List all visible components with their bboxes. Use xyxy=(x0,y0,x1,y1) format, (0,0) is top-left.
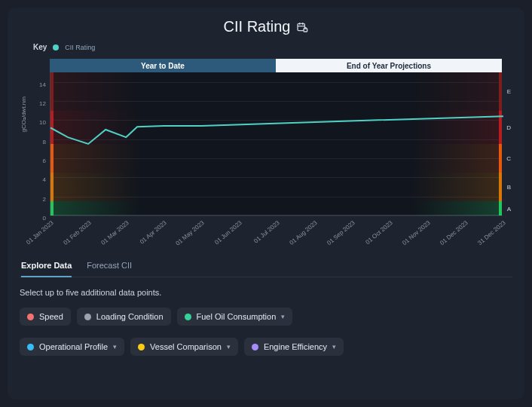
chip-fuel-oil[interactable]: Fuel Oil Consumption▾ xyxy=(177,308,293,326)
x-tick: 01 Aug 2023 xyxy=(289,219,319,246)
band-label-A: A xyxy=(507,205,511,212)
chip-label: Engine Efficiency xyxy=(264,342,327,351)
y-tick: 12 xyxy=(31,100,46,107)
y-axis-label: gCO₂/dwt.nm xyxy=(20,96,27,132)
band-label-D: D xyxy=(506,124,511,130)
legend: Key CII Rating xyxy=(20,43,512,51)
chip-label: Operational Profile xyxy=(39,342,108,351)
legend-series-name: CII Rating xyxy=(65,44,95,51)
x-tick: 01 Jun 2023 xyxy=(213,219,243,246)
line-chart xyxy=(50,72,502,215)
chip-label: Vessel Comparison xyxy=(150,342,222,351)
cii-rating-panel: CII Rating Key CII Rating Year to Date E… xyxy=(8,8,524,399)
y-tick: 0 xyxy=(31,215,46,222)
y-tick: 14 xyxy=(31,81,46,87)
chip-dot xyxy=(252,344,258,350)
x-tick: 01 Nov 2023 xyxy=(401,219,432,246)
x-tick: 01 May 2023 xyxy=(175,219,206,247)
x-tick: 31 Dec 2023 xyxy=(476,219,507,246)
page-title: CII Rating xyxy=(224,18,291,35)
x-tick: 01 Jul 2023 xyxy=(252,219,280,244)
y-tick: 10 xyxy=(31,119,46,126)
chip-dot xyxy=(27,344,34,350)
chip-dot xyxy=(27,314,34,320)
chip-engine-efficiency[interactable]: Engine Efficiency▾ xyxy=(244,338,344,356)
x-tick: 01 Mar 2023 xyxy=(100,219,130,246)
tab-explore-data[interactable]: Explore Data xyxy=(21,256,72,277)
svg-rect-1 xyxy=(304,29,307,32)
x-tick: 01 Dec 2023 xyxy=(439,219,469,246)
chip-speed[interactable]: Speed xyxy=(20,308,71,326)
chip-dot xyxy=(84,314,91,320)
chevron-down-icon: ▾ xyxy=(281,313,285,320)
chip-vessel-comparison[interactable]: Vessel Comparison▾ xyxy=(130,338,238,356)
x-tick: 01 Oct 2023 xyxy=(365,219,394,246)
x-tick: 01 Sep 2023 xyxy=(326,219,356,246)
y-ticks: 02468101214 xyxy=(34,72,49,215)
x-tick: 01 Jan 2023 xyxy=(25,219,55,246)
legend-label: Key xyxy=(33,43,47,51)
chevron-down-icon: ▾ xyxy=(227,343,231,350)
y-tick: 2 xyxy=(31,195,46,202)
chip-row: SpeedLoading ConditionFuel Oil Consumpti… xyxy=(20,308,512,356)
chip-dot xyxy=(185,314,191,320)
chip-loading-condition[interactable]: Loading Condition xyxy=(77,308,171,326)
x-tick: 01 Apr 2023 xyxy=(139,219,168,246)
tab-forecast-cii[interactable]: Forecast CII xyxy=(87,256,132,277)
calendar-lock-icon[interactable] xyxy=(296,21,308,33)
chevron-down-icon: ▾ xyxy=(113,343,117,350)
period-toggle: Year to Date End of Year Projections xyxy=(50,59,502,72)
chip-operational-profile[interactable]: Operational Profile▾ xyxy=(20,338,124,356)
chevron-down-icon: ▾ xyxy=(332,343,336,350)
help-text: Select up to five additional data points… xyxy=(20,288,512,297)
band-label-B: B xyxy=(507,184,511,191)
tabs: Explore Data Forecast CII xyxy=(20,256,512,277)
chip-label: Fuel Oil Consumption xyxy=(197,312,277,321)
x-tick: 01 Feb 2023 xyxy=(63,219,93,246)
title-row: CII Rating xyxy=(20,18,512,35)
plot-area[interactable]: gCO₂/dwt.nm 02468101214 ABCDE 01 Jan 202… xyxy=(50,72,502,216)
chart-container: Year to Date End of Year Projections gCO… xyxy=(20,59,512,250)
y-tick: 4 xyxy=(31,176,46,183)
chip-dot xyxy=(138,344,145,350)
x-ticks: 01 Jan 202301 Feb 202301 Mar 202301 Apr … xyxy=(50,215,502,245)
band-label-C: C xyxy=(506,155,511,162)
toggle-end-of-year[interactable]: End of Year Projections xyxy=(276,59,502,72)
y-tick: 8 xyxy=(31,138,46,145)
chip-label: Speed xyxy=(39,312,63,321)
y-tick: 6 xyxy=(31,158,46,164)
band-label-E: E xyxy=(507,88,511,95)
chip-label: Loading Condition xyxy=(96,312,164,321)
legend-dot xyxy=(53,44,59,50)
toggle-year-to-date[interactable]: Year to Date xyxy=(50,59,276,72)
